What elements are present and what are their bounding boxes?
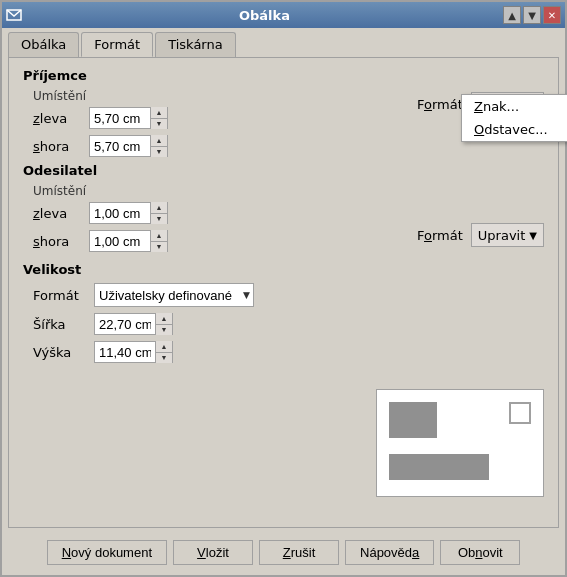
tab-tiskarna[interactable]: Tiskárna (155, 32, 236, 57)
odesilatel-title: Odesilatel (23, 163, 544, 178)
velikost-sirka-up[interactable]: ▲ (156, 313, 172, 325)
velikost-sirka-spinner[interactable]: ▲ ▼ (94, 313, 173, 335)
bottom-buttons: Nový dokument Vložit Zrušit Nápověda Obn… (2, 534, 565, 575)
novy-dokument-button[interactable]: Nový dokument (47, 540, 167, 565)
obnovit-button[interactable]: Obnovit (440, 540, 520, 565)
prijemce-shora-label: shora (33, 139, 83, 154)
odesilatel-shora-up[interactable]: ▲ (151, 230, 167, 242)
envelope-sender-box (389, 454, 489, 480)
odesilatel-shora-arrows: ▲ ▼ (150, 230, 167, 252)
odesilatel-zleva-row: zleva ▲ ▼ (33, 202, 544, 224)
odesilatel-shora-label: shora (33, 234, 83, 249)
prijemce-shora-arrows: ▲ ▼ (150, 135, 167, 157)
velikost-vyska-spinner[interactable]: ▲ ▼ (94, 341, 173, 363)
format-dropdown-menu: Znak... Odstavec... (461, 94, 567, 142)
odesilatel-zleva-label: zleva (33, 206, 83, 221)
titlebar: Obálka ▲ ▼ ✕ (2, 2, 565, 28)
velikost-section: Velikost Formát Uživatelsky definované C… (23, 262, 544, 363)
velikost-vyska-row: Výška ▲ ▼ (33, 341, 544, 363)
content-area: Příjemce Umístění zleva ▲ ▼ (8, 57, 559, 528)
prijemce-format-area: Formát Upravit ▼ Znak... Odstavec... (417, 92, 544, 116)
app-icon (6, 7, 22, 23)
odesilatel-format-area: Formát Upravit ▼ (417, 223, 544, 247)
odesilatel-zleva-input[interactable] (90, 203, 150, 223)
napoveda-button[interactable]: Nápověda (345, 540, 434, 565)
main-window: Obálka ▲ ▼ ✕ Obálka Formát Tiskárna Příj… (0, 0, 567, 577)
maximize-button[interactable]: ▼ (523, 6, 541, 24)
vlozit-button[interactable]: Vložit (173, 540, 253, 565)
tab-format[interactable]: Formát (81, 32, 153, 57)
dropdown-item-odstavec[interactable]: Odstavec... (462, 118, 567, 141)
odesilatel-zleva-down[interactable]: ▼ (151, 214, 167, 225)
prijemce-format-label: Formát (417, 97, 463, 112)
odesilatel-shora-input[interactable] (90, 231, 150, 251)
odesilatel-zleva-arrows: ▲ ▼ (150, 202, 167, 224)
envelope-stamp-box (509, 402, 531, 424)
odesilatel-format-row: Formát Upravit ▼ (417, 223, 544, 247)
prijemce-shora-spinner[interactable]: ▲ ▼ (89, 135, 168, 157)
velikost-sirka-input[interactable] (95, 314, 155, 334)
velikost-format-select[interactable]: Uživatelsky definované C4 C5 C6 DL (94, 283, 254, 307)
prijemce-shora-down[interactable]: ▼ (151, 147, 167, 158)
window-controls: ▲ ▼ ✕ (503, 6, 561, 24)
prijemce-shora-up[interactable]: ▲ (151, 135, 167, 147)
velikost-vyska-label: Výška (33, 345, 88, 360)
tab-obalka[interactable]: Obálka (8, 32, 79, 57)
velikost-vyska-input[interactable] (95, 342, 155, 362)
prijemce-zleva-down[interactable]: ▼ (151, 119, 167, 130)
zrusit-button[interactable]: Zrušit (259, 540, 339, 565)
velikost-title: Velikost (23, 262, 544, 277)
velikost-format-select-wrapper: Uživatelsky definované C4 C5 C6 DL (94, 283, 254, 307)
prijemce-zleva-input[interactable] (90, 108, 150, 128)
prijemce-zleva-spinner[interactable]: ▲ ▼ (89, 107, 168, 129)
envelope-recipient-box (389, 402, 437, 438)
prijemce-zleva-arrows: ▲ ▼ (150, 107, 167, 129)
odesilatel-umisteni-label: Umístění (33, 184, 544, 198)
odesilatel-format-label: Formát (417, 228, 463, 243)
velikost-sirka-row: Šířka ▲ ▼ (33, 313, 544, 335)
close-button[interactable]: ✕ (543, 6, 561, 24)
odesilatel-zleva-up[interactable]: ▲ (151, 202, 167, 214)
envelope-preview (376, 389, 544, 497)
prijemce-zleva-label: zleva (33, 111, 83, 126)
prijemce-zleva-up[interactable]: ▲ (151, 107, 167, 119)
dropdown-item-znak[interactable]: Znak... (462, 95, 567, 118)
prijemce-title: Příjemce (23, 68, 544, 83)
velikost-sirka-down[interactable]: ▼ (156, 325, 172, 336)
velikost-vyska-arrows: ▲ ▼ (155, 341, 172, 363)
velikost-vyska-down[interactable]: ▼ (156, 353, 172, 364)
velikost-sirka-arrows: ▲ ▼ (155, 313, 172, 335)
velikost-format-row: Formát Uživatelsky definované C4 C5 C6 D… (33, 283, 544, 307)
minimize-button[interactable]: ▲ (503, 6, 521, 24)
window-title: Obálka (26, 8, 503, 23)
velikost-format-label: Formát (33, 288, 88, 303)
velikost-vyska-up[interactable]: ▲ (156, 341, 172, 353)
odesilatel-shora-down[interactable]: ▼ (151, 242, 167, 253)
odesilatel-zleva-spinner[interactable]: ▲ ▼ (89, 202, 168, 224)
content-inner: Příjemce Umístění zleva ▲ ▼ (23, 68, 544, 517)
odesilatel-upravit-button[interactable]: Upravit ▼ (471, 223, 544, 247)
tabs-bar: Obálka Formát Tiskárna (2, 28, 565, 57)
prijemce-shora-input[interactable] (90, 136, 150, 156)
velikost-sirka-label: Šířka (33, 317, 88, 332)
odesilatel-shora-spinner[interactable]: ▲ ▼ (89, 230, 168, 252)
odesilatel-dropdown-arrow: ▼ (529, 230, 537, 241)
